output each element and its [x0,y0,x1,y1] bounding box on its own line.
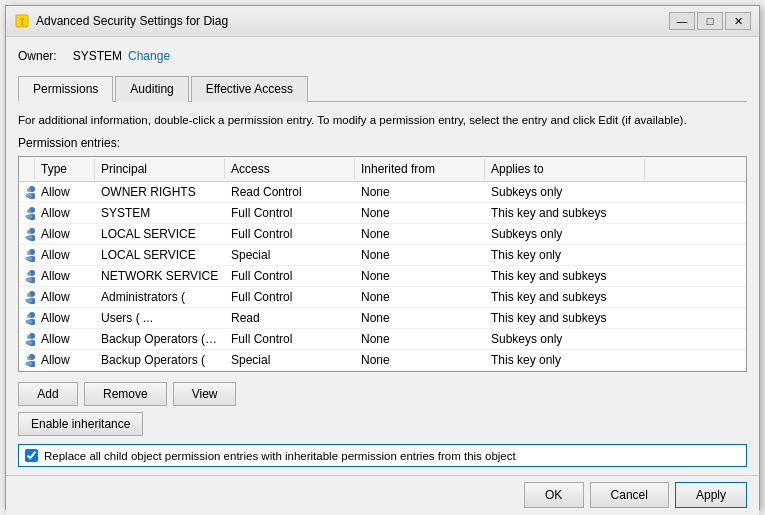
row-principal: NETWORK SERVICE [95,267,225,285]
row-icon [19,183,35,201]
owner-value: SYSTEM [73,49,122,63]
tab-permissions[interactable]: Permissions [18,76,113,102]
checkbox-label[interactable]: Replace all child object permission entr… [44,450,516,462]
row-applies: This key and subkeys [485,288,645,306]
row-icon [19,309,35,327]
checkbox-row: Replace all child object permission entr… [18,444,747,467]
dialog-title: Advanced Security Settings for Diag [36,14,228,28]
row-type: Allow [35,204,95,222]
row-principal: LOCAL SERVICE [95,225,225,243]
svg-point-3 [27,188,31,192]
table-header: Type Principal Access Inherited from App… [19,157,746,182]
svg-point-11 [27,230,31,234]
row-icon [19,225,35,243]
add-button[interactable]: Add [18,382,78,406]
row-access: Special [225,351,355,369]
row-applies: This key only [485,246,645,264]
row-icon [19,288,35,306]
row-type: Allow [35,309,95,327]
row-icon [19,246,35,264]
row-inherited: None [355,267,485,285]
row-inherited: None [355,330,485,348]
title-controls: — □ ✕ [669,12,751,30]
table-row[interactable]: Allow NETWORK SERVICE Full Control None … [19,266,746,287]
row-inherited: None [355,204,485,222]
enable-inheritance-button[interactable]: Enable inheritance [18,412,143,436]
apply-button[interactable]: Apply [675,482,747,508]
close-button[interactable]: ✕ [725,12,751,30]
title-bar: Advanced Security Settings for Diag — □ … [6,6,759,37]
title-bar-left: Advanced Security Settings for Diag [14,13,228,29]
row-applies: This key and subkeys [485,309,645,327]
tab-auditing[interactable]: Auditing [115,76,188,102]
row-type: Allow [35,351,95,369]
row-applies: Subkeys only [485,225,645,243]
dialog-content: Owner: SYSTEM Change Permissions Auditin… [6,37,759,475]
svg-point-8 [26,215,33,219]
svg-point-27 [27,314,31,318]
svg-point-19 [27,272,31,276]
owner-label: Owner: [18,49,57,63]
row-principal: Administrators ( [95,288,225,306]
svg-point-24 [26,299,33,303]
row-inherited: None [355,288,485,306]
row-type: Allow [35,288,95,306]
row-principal: SYSTEM [95,204,225,222]
svg-point-15 [27,251,31,255]
svg-point-31 [27,335,31,339]
table-row[interactable]: Allow Backup Operators ( Special None Th… [19,350,746,371]
row-type: Allow [35,246,95,264]
dialog-window: Advanced Security Settings for Diag — □ … [5,5,760,510]
table-row[interactable]: Allow SYSTEM Full Control None This key … [19,203,746,224]
owner-row: Owner: SYSTEM Change [18,47,747,65]
row-applies: Subkeys only [485,330,645,348]
table-row[interactable]: Allow Users ( ... Read None This key and… [19,308,746,329]
table-row[interactable]: Allow LOCAL SERVICE Full Control None Su… [19,224,746,245]
row-type: Allow [35,267,95,285]
col-access: Access [225,159,355,179]
svg-point-4 [26,194,33,198]
svg-point-35 [27,356,31,360]
row-inherited: None [355,183,485,201]
table-row[interactable]: Allow OWNER RIGHTS Read Control None Sub… [19,182,746,203]
row-access: Special [225,246,355,264]
info-text: For additional information, double-click… [18,112,747,128]
svg-point-20 [26,278,33,282]
maximize-button[interactable]: □ [697,12,723,30]
svg-point-7 [27,209,31,213]
row-access: Full Control [225,330,355,348]
row-applies: This key and subkeys [485,267,645,285]
ok-button[interactable]: OK [524,482,584,508]
remove-button[interactable]: Remove [84,382,167,406]
svg-point-28 [26,320,33,324]
svg-point-36 [26,362,33,366]
row-applies: This key only [485,351,645,369]
minimize-button[interactable]: — [669,12,695,30]
table-body[interactable]: Allow OWNER RIGHTS Read Control None Sub… [19,182,746,371]
row-icon [19,204,35,222]
owner-change-link[interactable]: Change [128,49,170,63]
row-access: Full Control [225,267,355,285]
row-access: Full Control [225,204,355,222]
table-row[interactable]: Allow Backup Operators (… Full Control N… [19,329,746,350]
tabs-container: Permissions Auditing Effective Access [18,75,747,102]
view-button[interactable]: View [173,382,237,406]
tab-effective-access[interactable]: Effective Access [191,76,308,102]
row-icon [19,330,35,348]
table-row[interactable]: Allow Administrators ( Full Control None… [19,287,746,308]
col-principal: Principal [95,159,225,179]
perm-entries-label: Permission entries: [18,136,747,150]
svg-point-16 [26,257,33,261]
row-access: Full Control [225,225,355,243]
action-buttons: Add Remove View [18,382,747,406]
row-applies: Subkeys only [485,183,645,201]
col-applies: Applies to [485,159,645,179]
replace-permissions-checkbox[interactable] [25,449,38,462]
col-icon [19,159,35,179]
table-row[interactable]: Allow LOCAL SERVICE Special None This ke… [19,245,746,266]
row-applies: This key and subkeys [485,204,645,222]
cancel-button[interactable]: Cancel [590,482,669,508]
svg-point-23 [27,293,31,297]
row-icon [19,267,35,285]
row-inherited: None [355,225,485,243]
